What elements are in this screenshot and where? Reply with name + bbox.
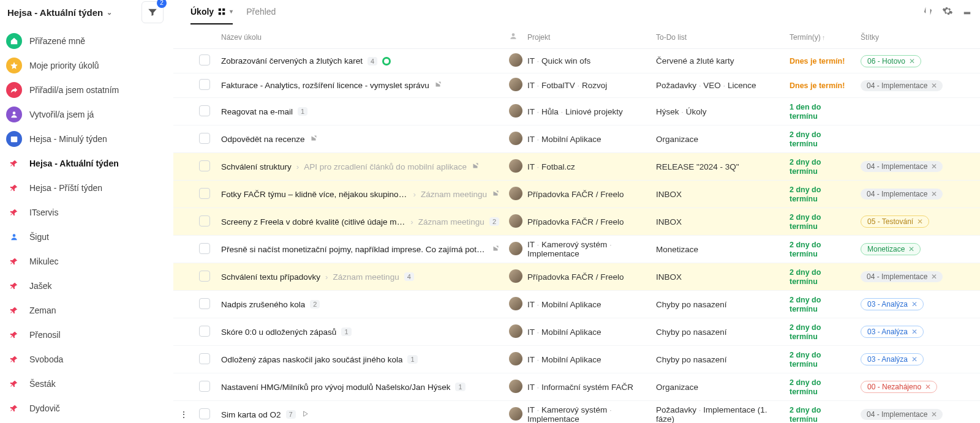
project-cell[interactable]: IT · Mobilní Aplikace — [522, 346, 651, 373]
assignee-cell[interactable] — [504, 181, 522, 208]
assignee-cell[interactable] — [504, 236, 522, 263]
tag[interactable]: 00 - Nezahájeno✕ — [861, 381, 937, 393]
tag[interactable]: 04 - Implementace✕ — [861, 271, 943, 282]
project-cell[interactable]: Případovka FAČR / Freelo — [522, 181, 651, 208]
todo-cell[interactable]: Chyby po nasazení — [651, 346, 785, 373]
table-row[interactable]: Odpovědět na recenzeIT · Mobilní Aplikac… — [173, 125, 980, 153]
share-icon[interactable] — [962, 6, 973, 18]
col-due[interactable]: Termín(y)↑ — [785, 24, 856, 49]
col-tags[interactable]: Štítky — [856, 24, 980, 49]
sidebar-item-11[interactable]: Zeman — [0, 298, 138, 323]
sidebar-item-9[interactable]: Mikulec — [0, 249, 138, 274]
tag[interactable]: Monetizace✕ — [861, 243, 921, 255]
project-cell[interactable]: IT · Fotbal.cz — [522, 153, 651, 181]
todo-cell[interactable]: Požadavky · Implementace (1. fáze) — [651, 401, 785, 424]
todo-cell[interactable]: Monetizace — [651, 236, 785, 263]
row-checkbox[interactable] — [194, 153, 216, 181]
task-name[interactable]: Odložený zápas naskočil jako součást jin… — [221, 355, 499, 364]
todo-cell[interactable]: Organizace — [651, 373, 785, 401]
play-icon[interactable] — [301, 410, 309, 420]
task-name[interactable]: Nastavení HMG/Milníků pro vývoj modulů N… — [221, 383, 499, 392]
sort-icon[interactable] — [922, 6, 933, 18]
todo-cell[interactable]: Chyby po nasazení — [651, 318, 785, 346]
row-checkbox[interactable] — [194, 49, 216, 73]
project-cell[interactable]: IT · Hůla · Liniové projekty — [522, 98, 651, 125]
assignee-cell[interactable] — [504, 401, 522, 424]
row-checkbox[interactable] — [194, 346, 216, 373]
assignee-cell[interactable] — [504, 318, 522, 346]
table-row[interactable]: Odložený zápas naskočil jako součást jin… — [173, 346, 980, 373]
project-cell[interactable]: IT · Mobilní Aplikace — [522, 291, 651, 318]
row-gutter[interactable] — [173, 373, 194, 401]
assignee-cell[interactable] — [504, 125, 522, 153]
sidebar-item-2[interactable]: Přiřadil/a jsem ostatním — [0, 78, 138, 102]
tag-remove-icon[interactable]: ✕ — [908, 245, 914, 253]
sidebar-item-14[interactable]: Šesták — [0, 372, 138, 396]
row-gutter[interactable] — [173, 236, 194, 263]
row-gutter[interactable] — [173, 125, 194, 153]
task-name[interactable]: Sim karta od O27 — [221, 410, 499, 420]
todo-cell[interactable]: INBOX — [651, 208, 785, 236]
sidebar-item-0[interactable]: Přiřazené mně — [0, 29, 138, 53]
table-row[interactable]: Fotky FAČR týmu – klidně více, nějakou s… — [173, 181, 980, 208]
assignee-cell[interactable] — [504, 291, 522, 318]
table-row[interactable]: Zobrazování červených a žlutých karet4IT… — [173, 49, 980, 73]
tag[interactable]: 03 - Analýza✕ — [861, 326, 924, 338]
sidebar-item-6[interactable]: Hejsa - Příští týden — [0, 176, 138, 200]
row-gutter[interactable] — [173, 49, 194, 73]
tag[interactable]: 04 - Implementace✕ — [861, 409, 943, 420]
assignee-cell[interactable] — [504, 98, 522, 125]
assignee-cell[interactable] — [504, 346, 522, 373]
project-cell[interactable]: IT · Kamerový systém · Implementace — [522, 236, 651, 263]
task-name[interactable]: Skóre 0:0 u odložených zápasů1 — [221, 328, 499, 337]
table-row[interactable]: Skóre 0:0 u odložených zápasů1IT · Mobil… — [173, 318, 980, 346]
table-row[interactable]: Přesně si načíst monetizační pojmy, např… — [173, 236, 980, 263]
sidebar-item-13[interactable]: Svoboda — [0, 347, 138, 372]
tag[interactable]: 06 - Hotovo✕ — [861, 55, 921, 67]
todo-cell[interactable]: RELEASE "2024 - 3Q" — [651, 153, 785, 181]
project-cell[interactable]: IT · Mobilní Aplikace — [522, 125, 651, 153]
task-name[interactable]: Fotky FAČR týmu – klidně více, nějakou s… — [221, 190, 499, 199]
project-cell[interactable]: IT · Mobilní Aplikace — [522, 318, 651, 346]
settings-icon[interactable] — [942, 6, 953, 18]
task-name[interactable]: Zobrazování červených a žlutých karet4 — [221, 56, 499, 66]
tag-remove-icon[interactable]: ✕ — [909, 57, 915, 66]
sidebar-item-12[interactable]: Přenosil — [0, 323, 138, 347]
row-gutter[interactable] — [173, 346, 194, 373]
project-cell[interactable]: IT · Kamerový systém · Implementace — [522, 401, 651, 424]
sidebar-item-5[interactable]: Hejsa - Aktuální týden — [0, 151, 138, 176]
assignee-cell[interactable] — [504, 73, 522, 98]
tab-1[interactable]: Přehled — [246, 0, 276, 24]
row-gutter[interactable] — [173, 153, 194, 181]
task-name[interactable]: Odpovědět na recenze — [221, 135, 499, 144]
tag[interactable]: 04 - Implementace✕ — [861, 189, 943, 200]
table-row[interactable]: Fakturace - Analytics, rozšíření licence… — [173, 73, 980, 98]
row-gutter[interactable] — [173, 318, 194, 346]
task-name[interactable]: Schválení struktury›API pro zrcadlení čl… — [221, 162, 499, 171]
tag-remove-icon[interactable]: ✕ — [911, 355, 918, 364]
row-gutter[interactable] — [173, 291, 194, 318]
sidebar-title[interactable]: Hejsa - Aktuální týden ⌄ — [0, 5, 138, 29]
sidebar-item-4[interactable]: Hejsa - Minulý týden — [0, 127, 138, 151]
tag-remove-icon[interactable]: ✕ — [911, 328, 918, 336]
assignee-cell[interactable] — [504, 208, 522, 236]
row-checkbox[interactable] — [194, 73, 216, 98]
row-gutter[interactable]: ⋮ — [173, 401, 194, 424]
tag-remove-icon[interactable]: ✕ — [931, 272, 937, 281]
row-gutter[interactable] — [173, 181, 194, 208]
sidebar-item-3[interactable]: Vytvořil/a jsem já — [0, 102, 138, 127]
row-gutter[interactable] — [173, 73, 194, 98]
todo-cell[interactable]: Požadavky · VEO · Licence — [651, 73, 785, 98]
task-name[interactable]: Reagovat na e-mail1 — [221, 107, 499, 116]
assignee-cell[interactable] — [504, 49, 522, 73]
table-row[interactable]: Schválení textu případovky›Záznam meetin… — [173, 263, 980, 291]
row-checkbox[interactable] — [194, 181, 216, 208]
project-cell[interactable]: IT · Informační systém FAČR — [522, 373, 651, 401]
row-checkbox[interactable] — [194, 208, 216, 236]
row-checkbox[interactable] — [194, 263, 216, 291]
tag-remove-icon[interactable]: ✕ — [931, 410, 937, 419]
task-name[interactable]: Screeny z Freela v dobré kvalitě (citliv… — [221, 217, 499, 226]
todo-cell[interactable]: INBOX — [651, 181, 785, 208]
assignee-cell[interactable] — [504, 373, 522, 401]
row-checkbox[interactable] — [194, 291, 216, 318]
